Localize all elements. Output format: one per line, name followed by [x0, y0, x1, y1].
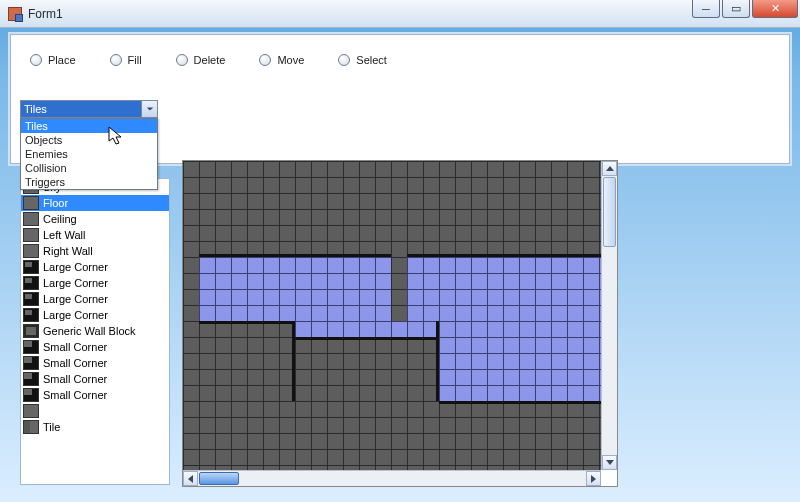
list-item-label: Small Corner: [43, 341, 107, 353]
tile-edge: [199, 321, 295, 324]
dropdown-option-tiles[interactable]: Tiles: [21, 119, 157, 133]
radio-label: Fill: [128, 54, 142, 66]
close-icon: ✕: [771, 2, 780, 15]
maximize-button[interactable]: ▭: [722, 0, 750, 18]
radio-label: Move: [277, 54, 304, 66]
tile-edge: [407, 254, 601, 257]
list-item[interactable]: Small Corner: [21, 371, 169, 387]
dropdown-option-objects[interactable]: Objects: [21, 133, 157, 147]
list-item[interactable]: Small Corner: [21, 339, 169, 355]
combobox-selected: Tiles: [21, 101, 141, 117]
list-item[interactable]: Large Corner: [21, 259, 169, 275]
radio-dot-icon: [110, 54, 122, 66]
list-item-label: Tile: [43, 421, 60, 433]
tile-swatch-icon: [23, 388, 39, 402]
map-viewport: [182, 160, 618, 487]
tile-swatch-icon: [23, 404, 39, 418]
list-item[interactable]: Small Corner: [21, 355, 169, 371]
list-item-label: Small Corner: [43, 389, 107, 401]
tile-edge: [295, 337, 439, 340]
tile-swatch-icon: [23, 340, 39, 354]
maximize-icon: ▭: [731, 2, 741, 15]
layer-combobox[interactable]: Tiles: [20, 100, 158, 118]
tile-swatch-icon: [23, 356, 39, 370]
list-item[interactable]: Left Wall: [21, 227, 169, 243]
arrow-up-icon: [606, 166, 614, 171]
scroll-left-button[interactable]: [183, 471, 198, 486]
vertical-scrollbar[interactable]: [601, 161, 617, 470]
list-item[interactable]: Large Corner: [21, 307, 169, 323]
radio-dot-icon: [259, 54, 271, 66]
radio-label: Select: [356, 54, 387, 66]
layer-dropdown[interactable]: Tiles Objects Enemies Collision Triggers: [20, 118, 158, 190]
list-item-label: Right Wall: [43, 245, 93, 257]
radio-label: Place: [48, 54, 76, 66]
minimize-icon: ─: [702, 3, 710, 15]
radio-fill[interactable]: Fill: [110, 54, 142, 66]
list-item-label: Small Corner: [43, 373, 107, 385]
tile-region: [439, 321, 601, 401]
radio-delete[interactable]: Delete: [176, 54, 226, 66]
tile-swatch-icon: [23, 212, 39, 226]
vertical-scroll-thumb[interactable]: [603, 177, 616, 247]
dropdown-option-triggers[interactable]: Triggers: [21, 175, 157, 189]
scroll-right-button[interactable]: [586, 471, 601, 486]
list-item-label: Ceiling: [43, 213, 77, 225]
tile-edge: [439, 401, 601, 404]
tile-swatch-icon: [23, 244, 39, 258]
radio-dot-icon: [30, 54, 42, 66]
list-item-label: Floor: [43, 197, 68, 209]
app-icon: [8, 7, 22, 21]
list-item[interactable]: Large Corner: [21, 275, 169, 291]
arrow-down-icon: [606, 460, 614, 465]
map-canvas[interactable]: [183, 161, 601, 470]
tile-region: [199, 257, 391, 321]
list-item[interactable]: Small Corner: [21, 387, 169, 403]
tile-swatch-icon: [23, 292, 39, 306]
tile-region: [407, 257, 601, 321]
list-item-label: Large Corner: [43, 277, 108, 289]
list-item-label: Large Corner: [43, 309, 108, 321]
list-item[interactable]: Floor: [21, 195, 169, 211]
list-item[interactable]: Ceiling: [21, 211, 169, 227]
window-buttons: ─ ▭ ✕: [690, 0, 798, 18]
tile-swatch-icon: [23, 260, 39, 274]
list-item-label: Generic Wall Block: [43, 325, 136, 337]
close-button[interactable]: ✕: [752, 0, 798, 18]
list-item[interactable]: Tile: [21, 419, 169, 435]
tile-region: [295, 321, 439, 337]
list-item[interactable]: Generic Wall Block: [21, 323, 169, 339]
chevron-down-icon[interactable]: [141, 101, 157, 117]
tile-swatch-icon: [23, 420, 39, 434]
scroll-down-button[interactable]: [602, 455, 617, 470]
radio-move[interactable]: Move: [259, 54, 304, 66]
list-item-label: Small Corner: [43, 357, 107, 369]
minimize-button[interactable]: ─: [692, 0, 720, 18]
list-item-label: Left Wall: [43, 229, 85, 241]
mouse-cursor-icon: [108, 126, 124, 146]
list-item[interactable]: Large Corner: [21, 291, 169, 307]
tile-swatch-icon: [23, 228, 39, 242]
radio-label: Delete: [194, 54, 226, 66]
radio-place[interactable]: Place: [30, 54, 76, 66]
list-item[interactable]: [21, 403, 169, 419]
tile-swatch-icon: [23, 372, 39, 386]
radio-dot-icon: [176, 54, 188, 66]
list-item-label: Large Corner: [43, 293, 108, 305]
dropdown-option-collision[interactable]: Collision: [21, 161, 157, 175]
horizontal-scroll-thumb[interactable]: [199, 472, 239, 485]
arrow-left-icon: [188, 475, 193, 483]
tile-swatch-icon: [23, 276, 39, 290]
titlebar: Form1 ─ ▭ ✕: [0, 0, 800, 28]
tile-swatch-icon: [23, 324, 39, 338]
radio-dot-icon: [338, 54, 350, 66]
radio-select[interactable]: Select: [338, 54, 387, 66]
window-title: Form1: [28, 7, 63, 21]
arrow-right-icon: [591, 475, 596, 483]
tile-listbox[interactable]: Sky Floor Ceiling Left Wall Right Wall L…: [20, 178, 170, 485]
tile-edge: [199, 254, 391, 257]
dropdown-option-enemies[interactable]: Enemies: [21, 147, 157, 161]
list-item[interactable]: Right Wall: [21, 243, 169, 259]
scroll-up-button[interactable]: [602, 161, 617, 176]
horizontal-scrollbar[interactable]: [183, 470, 601, 486]
